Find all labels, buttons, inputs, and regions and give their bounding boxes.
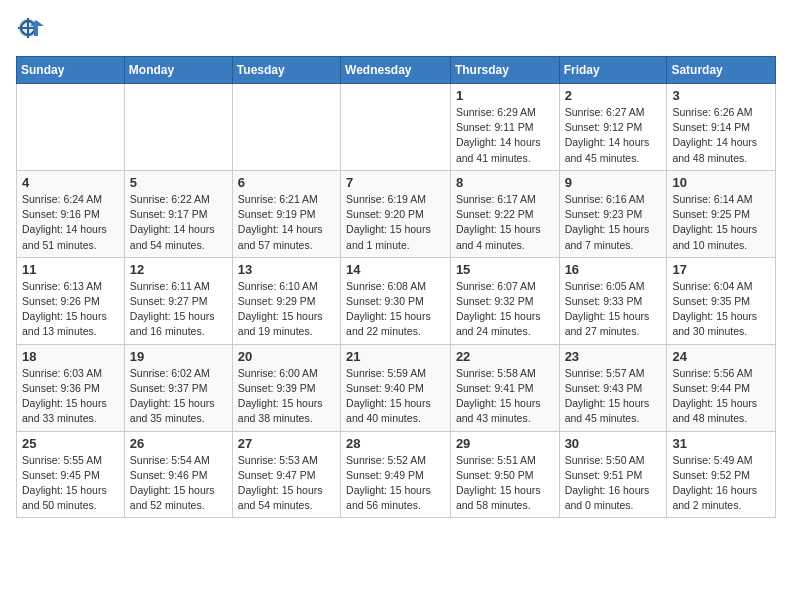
calendar-cell: 15Sunrise: 6:07 AM Sunset: 9:32 PM Dayli… (450, 257, 559, 344)
day-detail: Sunrise: 5:58 AM Sunset: 9:41 PM Dayligh… (456, 366, 554, 427)
calendar-week-row: 18Sunrise: 6:03 AM Sunset: 9:36 PM Dayli… (17, 344, 776, 431)
weekday-header: Tuesday (232, 57, 340, 84)
day-number: 17 (672, 262, 770, 277)
day-number: 15 (456, 262, 554, 277)
day-number: 20 (238, 349, 335, 364)
calendar-cell (232, 84, 340, 171)
day-detail: Sunrise: 6:08 AM Sunset: 9:30 PM Dayligh… (346, 279, 445, 340)
day-number: 25 (22, 436, 119, 451)
calendar-cell: 9Sunrise: 6:16 AM Sunset: 9:23 PM Daylig… (559, 170, 667, 257)
day-detail: Sunrise: 5:51 AM Sunset: 9:50 PM Dayligh… (456, 453, 554, 514)
calendar-week-row: 1Sunrise: 6:29 AM Sunset: 9:11 PM Daylig… (17, 84, 776, 171)
calendar-cell: 27Sunrise: 5:53 AM Sunset: 9:47 PM Dayli… (232, 431, 340, 518)
calendar-cell: 30Sunrise: 5:50 AM Sunset: 9:51 PM Dayli… (559, 431, 667, 518)
calendar-cell: 1Sunrise: 6:29 AM Sunset: 9:11 PM Daylig… (450, 84, 559, 171)
calendar-cell: 16Sunrise: 6:05 AM Sunset: 9:33 PM Dayli… (559, 257, 667, 344)
calendar-cell: 14Sunrise: 6:08 AM Sunset: 9:30 PM Dayli… (341, 257, 451, 344)
day-detail: Sunrise: 6:22 AM Sunset: 9:17 PM Dayligh… (130, 192, 227, 253)
calendar-cell (124, 84, 232, 171)
day-detail: Sunrise: 6:21 AM Sunset: 9:19 PM Dayligh… (238, 192, 335, 253)
day-detail: Sunrise: 5:50 AM Sunset: 9:51 PM Dayligh… (565, 453, 662, 514)
calendar-cell: 19Sunrise: 6:02 AM Sunset: 9:37 PM Dayli… (124, 344, 232, 431)
day-detail: Sunrise: 6:05 AM Sunset: 9:33 PM Dayligh… (565, 279, 662, 340)
day-detail: Sunrise: 6:03 AM Sunset: 9:36 PM Dayligh… (22, 366, 119, 427)
day-number: 7 (346, 175, 445, 190)
day-detail: Sunrise: 5:57 AM Sunset: 9:43 PM Dayligh… (565, 366, 662, 427)
day-detail: Sunrise: 5:54 AM Sunset: 9:46 PM Dayligh… (130, 453, 227, 514)
calendar-cell: 12Sunrise: 6:11 AM Sunset: 9:27 PM Dayli… (124, 257, 232, 344)
calendar-week-row: 25Sunrise: 5:55 AM Sunset: 9:45 PM Dayli… (17, 431, 776, 518)
calendar-cell: 26Sunrise: 5:54 AM Sunset: 9:46 PM Dayli… (124, 431, 232, 518)
weekday-header: Friday (559, 57, 667, 84)
day-number: 2 (565, 88, 662, 103)
day-detail: Sunrise: 6:02 AM Sunset: 9:37 PM Dayligh… (130, 366, 227, 427)
day-detail: Sunrise: 6:27 AM Sunset: 9:12 PM Dayligh… (565, 105, 662, 166)
day-detail: Sunrise: 6:10 AM Sunset: 9:29 PM Dayligh… (238, 279, 335, 340)
day-number: 26 (130, 436, 227, 451)
day-number: 28 (346, 436, 445, 451)
logo-icon (16, 16, 44, 44)
day-number: 12 (130, 262, 227, 277)
day-number: 11 (22, 262, 119, 277)
day-detail: Sunrise: 5:56 AM Sunset: 9:44 PM Dayligh… (672, 366, 770, 427)
calendar-header-row: SundayMondayTuesdayWednesdayThursdayFrid… (17, 57, 776, 84)
day-number: 18 (22, 349, 119, 364)
logo (16, 16, 48, 44)
calendar-cell: 11Sunrise: 6:13 AM Sunset: 9:26 PM Dayli… (17, 257, 125, 344)
day-number: 30 (565, 436, 662, 451)
day-detail: Sunrise: 6:16 AM Sunset: 9:23 PM Dayligh… (565, 192, 662, 253)
weekday-header: Wednesday (341, 57, 451, 84)
day-number: 24 (672, 349, 770, 364)
day-detail: Sunrise: 5:53 AM Sunset: 9:47 PM Dayligh… (238, 453, 335, 514)
weekday-header: Sunday (17, 57, 125, 84)
day-detail: Sunrise: 6:19 AM Sunset: 9:20 PM Dayligh… (346, 192, 445, 253)
day-number: 3 (672, 88, 770, 103)
calendar-cell: 8Sunrise: 6:17 AM Sunset: 9:22 PM Daylig… (450, 170, 559, 257)
calendar-cell: 31Sunrise: 5:49 AM Sunset: 9:52 PM Dayli… (667, 431, 776, 518)
calendar-week-row: 11Sunrise: 6:13 AM Sunset: 9:26 PM Dayli… (17, 257, 776, 344)
calendar-cell: 4Sunrise: 6:24 AM Sunset: 9:16 PM Daylig… (17, 170, 125, 257)
day-number: 13 (238, 262, 335, 277)
calendar-cell: 17Sunrise: 6:04 AM Sunset: 9:35 PM Dayli… (667, 257, 776, 344)
calendar-cell: 21Sunrise: 5:59 AM Sunset: 9:40 PM Dayli… (341, 344, 451, 431)
calendar-cell: 18Sunrise: 6:03 AM Sunset: 9:36 PM Dayli… (17, 344, 125, 431)
day-number: 1 (456, 88, 554, 103)
calendar-cell: 25Sunrise: 5:55 AM Sunset: 9:45 PM Dayli… (17, 431, 125, 518)
calendar-cell (341, 84, 451, 171)
day-detail: Sunrise: 5:52 AM Sunset: 9:49 PM Dayligh… (346, 453, 445, 514)
day-number: 16 (565, 262, 662, 277)
calendar-cell: 13Sunrise: 6:10 AM Sunset: 9:29 PM Dayli… (232, 257, 340, 344)
day-detail: Sunrise: 5:49 AM Sunset: 9:52 PM Dayligh… (672, 453, 770, 514)
day-number: 10 (672, 175, 770, 190)
day-number: 5 (130, 175, 227, 190)
calendar-cell: 28Sunrise: 5:52 AM Sunset: 9:49 PM Dayli… (341, 431, 451, 518)
day-number: 22 (456, 349, 554, 364)
day-number: 23 (565, 349, 662, 364)
day-detail: Sunrise: 6:00 AM Sunset: 9:39 PM Dayligh… (238, 366, 335, 427)
weekday-header: Thursday (450, 57, 559, 84)
day-number: 8 (456, 175, 554, 190)
calendar-cell: 22Sunrise: 5:58 AM Sunset: 9:41 PM Dayli… (450, 344, 559, 431)
calendar-cell (17, 84, 125, 171)
day-number: 4 (22, 175, 119, 190)
calendar-cell: 7Sunrise: 6:19 AM Sunset: 9:20 PM Daylig… (341, 170, 451, 257)
day-detail: Sunrise: 6:14 AM Sunset: 9:25 PM Dayligh… (672, 192, 770, 253)
day-detail: Sunrise: 5:55 AM Sunset: 9:45 PM Dayligh… (22, 453, 119, 514)
day-detail: Sunrise: 6:17 AM Sunset: 9:22 PM Dayligh… (456, 192, 554, 253)
calendar-cell: 6Sunrise: 6:21 AM Sunset: 9:19 PM Daylig… (232, 170, 340, 257)
calendar-cell: 24Sunrise: 5:56 AM Sunset: 9:44 PM Dayli… (667, 344, 776, 431)
day-detail: Sunrise: 5:59 AM Sunset: 9:40 PM Dayligh… (346, 366, 445, 427)
day-number: 19 (130, 349, 227, 364)
day-number: 6 (238, 175, 335, 190)
calendar-week-row: 4Sunrise: 6:24 AM Sunset: 9:16 PM Daylig… (17, 170, 776, 257)
weekday-header: Monday (124, 57, 232, 84)
day-number: 21 (346, 349, 445, 364)
calendar: SundayMondayTuesdayWednesdayThursdayFrid… (16, 56, 776, 518)
calendar-cell: 3Sunrise: 6:26 AM Sunset: 9:14 PM Daylig… (667, 84, 776, 171)
calendar-cell: 5Sunrise: 6:22 AM Sunset: 9:17 PM Daylig… (124, 170, 232, 257)
day-detail: Sunrise: 6:26 AM Sunset: 9:14 PM Dayligh… (672, 105, 770, 166)
day-detail: Sunrise: 6:04 AM Sunset: 9:35 PM Dayligh… (672, 279, 770, 340)
weekday-header: Saturday (667, 57, 776, 84)
calendar-cell: 29Sunrise: 5:51 AM Sunset: 9:50 PM Dayli… (450, 431, 559, 518)
day-detail: Sunrise: 6:24 AM Sunset: 9:16 PM Dayligh… (22, 192, 119, 253)
